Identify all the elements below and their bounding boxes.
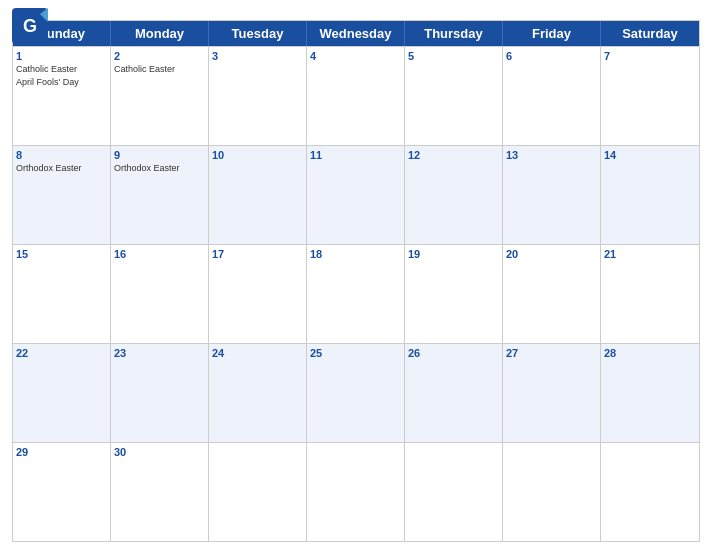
calendar-grid: Sunday Monday Tuesday Wednesday Thursday… — [12, 20, 700, 542]
day-number: 5 — [408, 49, 499, 63]
day-cell-1-1: 1Catholic EasterApril Fools' Day — [13, 47, 111, 145]
header-monday: Monday — [111, 21, 209, 46]
day-number: 19 — [408, 247, 499, 261]
logo-icon: G — [12, 8, 48, 44]
svg-text:G: G — [23, 16, 37, 36]
day-cell-1-2: 2Catholic Easter — [111, 47, 209, 145]
day-headers-row: Sunday Monday Tuesday Wednesday Thursday… — [13, 21, 699, 46]
day-number: 16 — [114, 247, 205, 261]
day-number: 21 — [604, 247, 696, 261]
week-row-2: 8Orthodox Easter9Orthodox Easter10111213… — [13, 145, 699, 244]
calendar-container: G Sunday Monday Tuesday Wednesday Thursd… — [0, 0, 712, 550]
day-cell-1-5: 5 — [405, 47, 503, 145]
header-wednesday: Wednesday — [307, 21, 405, 46]
day-number: 22 — [16, 346, 107, 360]
day-cell-5-2: 30 — [111, 443, 209, 541]
day-number: 3 — [212, 49, 303, 63]
day-cell-2-6: 13 — [503, 146, 601, 244]
day-cell-5-1: 29 — [13, 443, 111, 541]
day-cell-2-2: 9Orthodox Easter — [111, 146, 209, 244]
day-cell-5-4 — [307, 443, 405, 541]
day-cell-4-1: 22 — [13, 344, 111, 442]
day-cell-4-2: 23 — [111, 344, 209, 442]
day-number: 20 — [506, 247, 597, 261]
day-number: 18 — [310, 247, 401, 261]
day-cell-1-6: 6 — [503, 47, 601, 145]
header-friday: Friday — [503, 21, 601, 46]
week-row-4: 22232425262728 — [13, 343, 699, 442]
week-row-3: 15161718192021 — [13, 244, 699, 343]
event-label: Catholic Easter — [16, 64, 107, 76]
logo: G — [12, 8, 50, 44]
day-number: 24 — [212, 346, 303, 360]
day-cell-2-1: 8Orthodox Easter — [13, 146, 111, 244]
day-number: 17 — [212, 247, 303, 261]
day-number: 4 — [310, 49, 401, 63]
day-cell-1-7: 7 — [601, 47, 699, 145]
day-number: 23 — [114, 346, 205, 360]
day-number: 1 — [16, 49, 107, 63]
day-cell-1-3: 3 — [209, 47, 307, 145]
day-number: 12 — [408, 148, 499, 162]
day-number: 13 — [506, 148, 597, 162]
day-number: 15 — [16, 247, 107, 261]
day-number: 30 — [114, 445, 205, 459]
day-cell-4-6: 27 — [503, 344, 601, 442]
day-cell-3-3: 17 — [209, 245, 307, 343]
day-number: 27 — [506, 346, 597, 360]
day-cell-1-4: 4 — [307, 47, 405, 145]
day-cell-3-2: 16 — [111, 245, 209, 343]
event-label: Orthodox Easter — [114, 163, 205, 175]
day-cell-2-3: 10 — [209, 146, 307, 244]
day-number: 25 — [310, 346, 401, 360]
day-number: 8 — [16, 148, 107, 162]
day-cell-5-6 — [503, 443, 601, 541]
day-cell-2-7: 14 — [601, 146, 699, 244]
event-label: Orthodox Easter — [16, 163, 107, 175]
day-number: 28 — [604, 346, 696, 360]
day-cell-3-7: 21 — [601, 245, 699, 343]
day-cell-3-1: 15 — [13, 245, 111, 343]
day-number: 14 — [604, 148, 696, 162]
day-cell-2-5: 12 — [405, 146, 503, 244]
event-label: Catholic Easter — [114, 64, 205, 76]
day-cell-4-5: 26 — [405, 344, 503, 442]
day-number: 2 — [114, 49, 205, 63]
day-cell-2-4: 11 — [307, 146, 405, 244]
day-number: 29 — [16, 445, 107, 459]
calendar-header: G — [12, 8, 700, 14]
day-cell-5-7 — [601, 443, 699, 541]
day-number: 6 — [506, 49, 597, 63]
day-number: 26 — [408, 346, 499, 360]
day-cell-5-3 — [209, 443, 307, 541]
day-cell-3-6: 20 — [503, 245, 601, 343]
day-number: 11 — [310, 148, 401, 162]
week-row-1: 1Catholic EasterApril Fools' Day2Catholi… — [13, 46, 699, 145]
weeks-container: 1Catholic EasterApril Fools' Day2Catholi… — [13, 46, 699, 541]
day-cell-4-7: 28 — [601, 344, 699, 442]
week-row-5: 2930 — [13, 442, 699, 541]
day-cell-4-3: 24 — [209, 344, 307, 442]
day-cell-5-5 — [405, 443, 503, 541]
header-thursday: Thursday — [405, 21, 503, 46]
header-tuesday: Tuesday — [209, 21, 307, 46]
event-label: April Fools' Day — [16, 77, 107, 89]
day-cell-4-4: 25 — [307, 344, 405, 442]
day-number: 10 — [212, 148, 303, 162]
day-cell-3-4: 18 — [307, 245, 405, 343]
header-saturday: Saturday — [601, 21, 699, 46]
day-cell-3-5: 19 — [405, 245, 503, 343]
day-number: 9 — [114, 148, 205, 162]
day-number: 7 — [604, 49, 696, 63]
